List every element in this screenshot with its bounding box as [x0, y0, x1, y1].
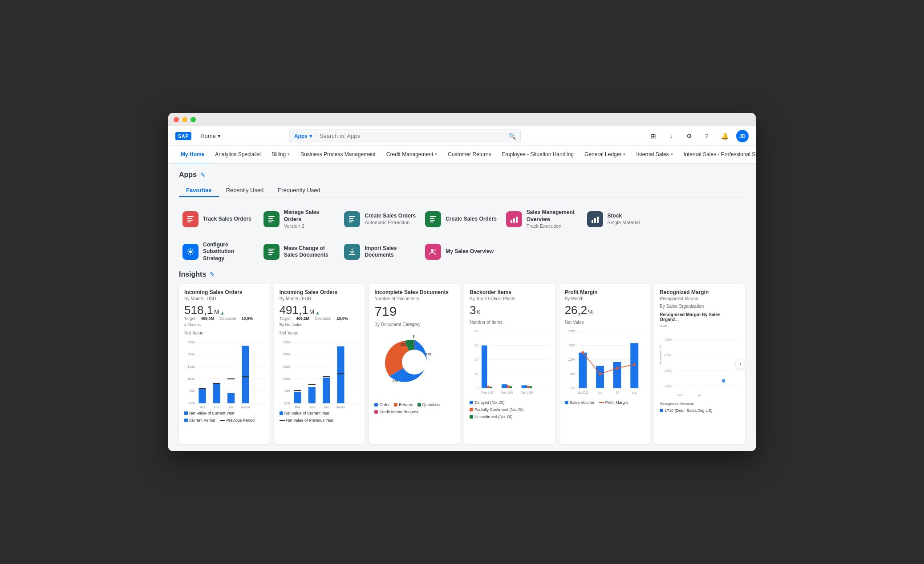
svg-rect-3: [187, 222, 191, 222]
minimize-btn[interactable]: [182, 117, 187, 122]
app-tile-manage-sales[interactable]: Manage Sales Orders Version 2: [260, 205, 341, 233]
svg-point-122: [633, 363, 635, 366]
settings-icon[interactable]: ⚙: [683, 130, 695, 142]
search-input[interactable]: [320, 133, 505, 139]
chart-profit-margin: Profit Margin By Month 26,2 % Net Value …: [559, 284, 650, 444]
nav-item-employee[interactable]: Employee - Situation Handling: [497, 146, 579, 164]
svg-text:2K: 2K: [475, 358, 478, 361]
svg-text:150M: 150M: [568, 343, 575, 347]
app-tile-mass-change[interactable]: Mass Change of Sales Documents: [260, 237, 341, 267]
svg-point-137: [722, 379, 725, 383]
app-info-stock: Stock Single Material: [608, 213, 661, 226]
svg-rect-66: [294, 392, 301, 403]
nav-item-internal-sales[interactable]: Internal Sales ▾: [631, 146, 678, 164]
svg-rect-1: [187, 218, 192, 219]
app-icon-create-auto: [344, 211, 360, 227]
chart-period-1: 4 Months: [184, 322, 264, 327]
nav-item-my-home[interactable]: My Home: [175, 146, 210, 164]
svg-text:50M: 50M: [189, 389, 195, 393]
tab-favorites[interactable]: Favorites: [179, 184, 219, 197]
nav-label: Analytics Specialist: [215, 151, 261, 157]
app-tile-import[interactable]: Import Sales Documents: [340, 237, 421, 267]
app-info-create-sales: Create Sales Orders: [446, 216, 499, 223]
svg-rect-100: [527, 386, 529, 388]
chart-incoming-eur: Incoming Sales Orders By Month | EUR 491…: [274, 284, 365, 444]
nav-item-internal-sales-pro[interactable]: Internal Sales - Professional Services: [678, 146, 756, 164]
svg-text:0: 0: [477, 386, 478, 390]
nav-item-ledger[interactable]: General Ledger ▾: [579, 146, 631, 164]
app-info-manage-sales: Manage Sales Orders Version 2: [284, 209, 337, 229]
sap-logo[interactable]: SAP: [175, 132, 191, 140]
tab-recently-used[interactable]: Recently Used: [219, 184, 271, 197]
nav-item-bpm[interactable]: Business Process Management: [295, 146, 381, 164]
tab-frequently-used[interactable]: Frequently Used: [271, 184, 327, 197]
nav-item-credit[interactable]: Credit Management ▾: [381, 146, 442, 164]
svg-rect-0: [187, 216, 194, 217]
app-tile-my-sales[interactable]: My Sales Overview: [421, 237, 503, 267]
svg-rect-68: [323, 378, 330, 403]
app-tile-create-auto[interactable]: Create Sales Orders Automatic Extraction: [340, 205, 421, 233]
insights-edit-icon[interactable]: ✎: [210, 271, 215, 278]
nav-label: Internal Sales: [636, 151, 669, 157]
svg-text:100M: 100M: [283, 376, 290, 381]
app-icon-create-sales: [425, 211, 441, 227]
close-btn[interactable]: [174, 117, 179, 122]
app-tile-create-sales[interactable]: Create Sales Orders: [421, 205, 503, 233]
nav-item-billing[interactable]: Billing ▾: [266, 146, 295, 164]
app-window: SAP Home ▾ Apps ▾ 🔍 ⊞ ↓ ⚙ ? 🔔 JD: [168, 113, 756, 451]
svg-rect-99: [522, 385, 527, 388]
bar-chart-2: 250M 200M 150M 100M 50M 0,00: [280, 337, 360, 408]
search-prefix[interactable]: Apps ▾: [294, 133, 316, 139]
svg-rect-2: [187, 220, 193, 221]
maximize-btn[interactable]: [190, 117, 196, 122]
download-icon[interactable]: ↓: [665, 130, 677, 142]
svg-rect-13: [430, 218, 434, 219]
svg-text:4K: 4K: [475, 329, 478, 333]
app-info-mass-change: Mass Change of Sales Documents: [284, 245, 337, 259]
svg-rect-9: [349, 218, 353, 219]
app-tile-track-sales[interactable]: Track Sales Orders: [179, 205, 260, 233]
svg-rect-23: [268, 249, 275, 250]
charts-next-icon[interactable]: ›: [735, 359, 745, 369]
app-tiles-row2: Configure Substitution Strategy Mass Cha…: [179, 237, 745, 267]
nav-item-analytics[interactable]: Analytics Specialist: [210, 146, 266, 164]
app-name-import: Import Sales Documents: [365, 245, 418, 259]
svg-text:151: 151: [400, 342, 406, 346]
chart-sub-3: Number of Documents: [374, 296, 454, 301]
app-name-configure: Configure Substitution Strategy: [203, 242, 256, 262]
svg-rect-45: [242, 346, 249, 403]
nav-label: General Ledger: [584, 151, 621, 157]
svg-text:Plant 1 US: Plant 1 US: [482, 391, 493, 394]
app-info-create-auto: Create Sales Orders Automatic Extraction: [365, 213, 418, 226]
bar-chart-4: 4K 3K 2K 1K 0: [470, 326, 550, 398]
chart-sub-6b: By Sales Organization: [660, 304, 740, 309]
help-icon[interactable]: ?: [701, 130, 713, 142]
chart-sub-4: By Top 4 Critical Plants: [470, 296, 550, 301]
chart-sub-1: By Month | USD: [184, 296, 264, 301]
app-tile-stock[interactable]: Stock Single Material: [584, 205, 665, 233]
search-prefix-label: Apps: [294, 133, 308, 139]
svg-text:3: 3: [413, 334, 415, 338]
home-button[interactable]: Home ▾: [197, 131, 224, 141]
svg-point-22: [189, 250, 192, 253]
grid-icon[interactable]: ⊞: [647, 130, 660, 142]
user-avatar[interactable]: JD: [736, 130, 749, 142]
charts-row: Incoming Sales Orders By Month | USD 518…: [179, 284, 745, 444]
app-tiles-row1: Track Sales Orders Manage Sales Orders V…: [179, 205, 745, 233]
app-icon-track-sales: [182, 211, 199, 227]
chart-num-2: 491,1 M ▲: [280, 304, 360, 317]
shell: SAP Home ▾ Apps ▾ 🔍 ⊞ ↓ ⚙ ? 🔔 JD: [168, 126, 756, 451]
svg-point-28: [431, 249, 434, 252]
nav-item-returns[interactable]: Customer Returns: [442, 146, 496, 164]
credit-chevron-icon: ▾: [435, 152, 437, 157]
svg-rect-8: [349, 216, 355, 217]
svg-rect-6: [268, 220, 274, 221]
app-tile-sales-mgmt[interactable]: Sales Management Overview Track Executio…: [503, 205, 584, 233]
apps-edit-icon[interactable]: ✎: [200, 171, 206, 178]
chart-incoming-usd: Incoming Sales Orders By Month | USD 518…: [179, 284, 270, 444]
app-tile-configure[interactable]: Configure Substitution Strategy: [179, 237, 260, 267]
search-icon[interactable]: 🔍: [508, 133, 516, 140]
bell-icon[interactable]: 🔔: [718, 130, 731, 142]
app-info-import: Import Sales Documents: [365, 245, 418, 259]
chart-incomplete-docs: Incomplete Sales Documents Number of Doc…: [369, 284, 460, 444]
